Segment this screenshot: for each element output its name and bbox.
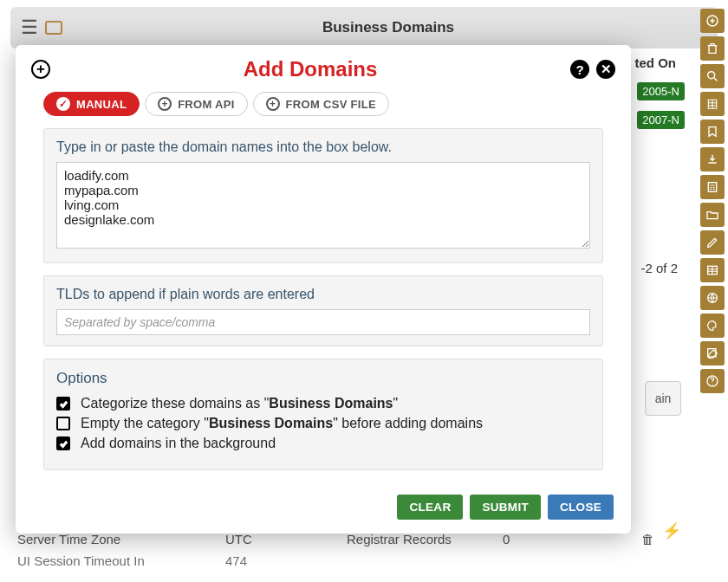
tld-label: TLDs to append if plain words are entere… xyxy=(56,287,590,302)
checkbox-icon[interactable] xyxy=(56,417,70,430)
plus-circle-icon: + xyxy=(266,97,280,111)
modal-overlay: + Add Domains ? ✕ ✓ MANUAL + FROM API + … xyxy=(0,0,728,582)
domain-entry-panel: Type in or paste the domain names into t… xyxy=(43,128,603,263)
check-circle-icon: ✓ xyxy=(56,97,70,111)
option-label: Empty the category "Business Domains" be… xyxy=(81,416,483,431)
tld-input[interactable] xyxy=(56,309,590,335)
domain-entry-label: Type in or paste the domain names into t… xyxy=(56,139,590,155)
dialog-title: Add Domains xyxy=(50,57,570,81)
options-title: Options xyxy=(56,370,590,387)
submit-button[interactable]: SUBMIT xyxy=(470,495,541,520)
tab-from-csv[interactable]: + FROM CSV FILE xyxy=(253,92,389,116)
option-label: Add domains in the background xyxy=(81,436,276,451)
tld-panel: TLDs to append if plain words are entere… xyxy=(43,275,603,346)
tab-manual[interactable]: ✓ MANUAL xyxy=(43,92,140,116)
option-background[interactable]: Add domains in the background xyxy=(56,436,590,451)
option-categorize[interactable]: Categorize these domains as "Business Do… xyxy=(56,396,590,411)
clear-button[interactable]: CLEAR xyxy=(397,495,463,520)
checkbox-icon[interactable] xyxy=(56,436,70,450)
source-tabs: ✓ MANUAL + FROM API + FROM CSV FILE xyxy=(43,92,615,116)
tab-label: FROM CSV FILE xyxy=(286,98,376,111)
close-icon[interactable]: ✕ xyxy=(596,60,615,79)
options-panel: Options Categorize these domains as "Bus… xyxy=(43,359,603,470)
add-icon: + xyxy=(31,60,50,79)
close-button[interactable]: CLOSE xyxy=(548,495,614,520)
tab-label: MANUAL xyxy=(76,98,127,111)
option-label: Categorize these domains as "Business Do… xyxy=(81,396,398,411)
add-domains-dialog: + Add Domains ? ✕ ✓ MANUAL + FROM API + … xyxy=(16,45,631,534)
option-empty-category[interactable]: Empty the category "Business Domains" be… xyxy=(56,416,590,431)
tab-label: FROM API xyxy=(178,98,234,111)
plus-circle-icon: + xyxy=(158,97,172,111)
domain-textarea[interactable] xyxy=(56,162,590,249)
tab-from-api[interactable]: + FROM API xyxy=(145,92,247,116)
dialog-header: + Add Domains ? ✕ xyxy=(31,55,615,88)
checkbox-icon[interactable] xyxy=(56,397,70,411)
help-icon[interactable]: ? xyxy=(570,60,589,79)
dialog-footer: CLEAR SUBMIT CLOSE xyxy=(31,495,615,520)
